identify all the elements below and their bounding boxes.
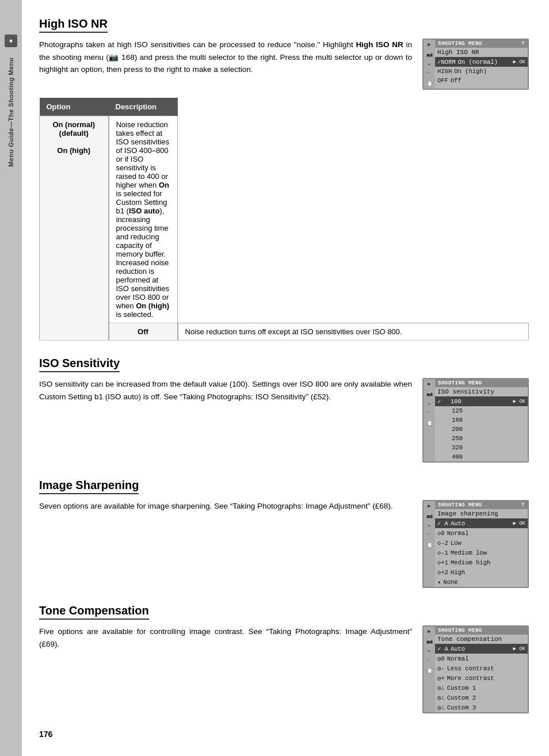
- cs-row-tc-1: ◎0Normal: [435, 654, 528, 663]
- cs-row-iso-3: 200: [435, 425, 528, 434]
- col-header-description: Description: [109, 98, 178, 116]
- cs-icons-iso: ▶ 📷 ✏ 🔧 📋: [424, 379, 435, 461]
- page-wrapper: ■ Menu Guide—The Shooting Menu High ISO …: [0, 0, 549, 756]
- cs-title-bar-sharpening: Image sharpening: [435, 509, 528, 518]
- cs-row-sh-5: ◇+2High: [435, 567, 528, 577]
- section-text-image-sharpening: Seven options are available for image sh…: [39, 500, 412, 516]
- section-tone-compensation: Tone Compensation Five options are avail…: [39, 604, 529, 713]
- cs-title-bar-tone: Tone compensation: [435, 635, 528, 644]
- table-row-off: Off Noise reduction turns off except at …: [40, 323, 529, 341]
- opt-off: Off: [109, 323, 178, 341]
- cs-header-tone: SHOOTING MENU: [435, 627, 528, 635]
- camera-screen-image-sharpening: ▶ 📷 ✏ 🔧 📋 SHOOTING MENU ? Image sharpen: [422, 500, 529, 588]
- section-text-iso-sensitivity: ISO sensitivity can be increased from th…: [39, 378, 412, 406]
- cs-body-sharpening: SHOOTING MENU ? Image sharpening ✓ A Aut…: [435, 501, 528, 587]
- cs-header-iso: SHOOTING MENU: [435, 379, 528, 387]
- camera-screen-iso-sensitivity: ▶ 📷 ✏ 🔧 📋 SHOOTING MENU ISO sensitivit: [422, 378, 529, 463]
- camera-screen-high-iso-nr: ▶ 📷 ✏ 🔧 📋 SHOOTING MENU ? High ISO NR: [422, 39, 529, 90]
- cs-title-bar-high-iso-nr: High ISO NR: [435, 48, 528, 57]
- cs-row-sh-1: ◇0Normal: [435, 528, 528, 538]
- cs-icons-tone: ▶ 📷 ✏ 🔧 📋: [424, 627, 435, 712]
- cs-row-tc-0: ✓ A Auto ▶ OK: [435, 644, 528, 654]
- section-title-image-sharpening: Image Sharpening: [39, 479, 139, 494]
- cs-row-tc-6: ◎∴Custom 3: [435, 702, 528, 712]
- main-content: High ISO NR Photographs taken at high IS…: [22, 0, 549, 756]
- section-iso-sensitivity: ISO Sensitivity ISO sensitivity can be i…: [39, 357, 529, 463]
- cs-body-iso: SHOOTING MENU ISO sensitivity ✓ 100 ▶ OK…: [435, 379, 528, 461]
- sidebar: ■ Menu Guide—The Shooting Menu: [0, 0, 22, 756]
- cs-row-1: HIGH On (high): [435, 67, 528, 76]
- camera-screen-tone-compensation: ▶ 📷 ✏ 🔧 📋 SHOOTING MENU Tone compensat: [422, 625, 529, 713]
- section-title-tone-compensation: Tone Compensation: [39, 604, 149, 620]
- cs-row-tc-3: ◎+More contrast: [435, 673, 528, 683]
- cs-row-tc-5: ◎∴Custom 2: [435, 693, 528, 702]
- cs-row-tc-4: ◎∴Custom 1: [435, 683, 528, 693]
- cs-row-sh-4: ◇+1Medium high: [435, 558, 528, 567]
- section-content-high-iso-nr: Photographs taken at high ISO sensitivit…: [39, 39, 529, 90]
- section-image-sharpening: Image Sharpening Seven options are avail…: [39, 479, 529, 588]
- section-title-high-iso-nr: High ISO NR: [39, 17, 108, 33]
- opt-on-normal: On (normal)(default)On (high): [40, 116, 109, 341]
- cs-body-tone: SHOOTING MENU Tone compensation ✓ A Auto…: [435, 627, 528, 712]
- cs-row-sh-2: ◇-2Low: [435, 538, 528, 548]
- section-content-image-sharpening: Seven options are available for image sh…: [39, 500, 529, 588]
- cs-icons-sharpening: ▶ 📷 ✏ 🔧 📋: [424, 501, 435, 587]
- cs-title-bar-iso: ISO sensitivity: [435, 387, 528, 396]
- cs-row-iso-5: 320: [435, 443, 528, 452]
- cs-icons-high-iso-nr: ▶ 📷 ✏ 🔧 📋: [424, 40, 435, 89]
- desc-on-normal: Noise reduction takes effect at ISO sens…: [109, 116, 178, 323]
- section-content-iso-sensitivity: ISO sensitivity can be increased from th…: [39, 378, 529, 463]
- cs-row-iso-2: 160: [435, 415, 528, 425]
- cs-row-0: ✓NORM On (normal) ▶ OK: [435, 57, 528, 67]
- section-text-tone-compensation: Five options are available for controlli…: [39, 625, 412, 654]
- col-header-option: Option: [40, 98, 109, 116]
- table-row-on-normal: On (normal)(default)On (high) Noise redu…: [40, 116, 529, 323]
- cs-row-sh-0: ✓ A Auto ▶ OK: [435, 518, 528, 528]
- desc-off: Noise reduction turns off except at ISO …: [178, 323, 529, 341]
- cs-row-tc-2: ◎-Less contrast: [435, 663, 528, 673]
- section-high-iso-nr: High ISO NR Photographs taken at high IS…: [39, 17, 529, 341]
- cs-row-iso-1: 125: [435, 406, 528, 415]
- page-number: 176: [39, 730, 529, 739]
- cs-row-iso-6: 400: [435, 452, 528, 461]
- section-content-tone-compensation: Five options are available for controlli…: [39, 625, 529, 713]
- cs-row-iso-4: 250: [435, 434, 528, 443]
- cs-body-high-iso-nr: SHOOTING MENU ? High ISO NR ✓NORM On (no…: [435, 40, 528, 89]
- camera-icon: ■: [5, 35, 17, 47]
- cs-row-sh-3: ◇-1Medium low: [435, 548, 528, 558]
- sidebar-label: Menu Guide—The Shooting Menu: [7, 58, 14, 167]
- option-table-high-iso-nr: Option Description On (normal)(default)O…: [39, 98, 529, 341]
- section-title-iso-sensitivity: ISO Sensitivity: [39, 357, 120, 372]
- cs-row-iso-0: ✓ 100 ▶ OK: [435, 396, 528, 406]
- cs-row-sh-6: ✦None: [435, 577, 528, 587]
- cs-header-high-iso-nr: SHOOTING MENU ?: [435, 40, 528, 48]
- cs-header-sharpening: SHOOTING MENU ?: [435, 501, 528, 509]
- section-text-high-iso-nr: Photographs taken at high ISO sensitivit…: [39, 39, 412, 79]
- cs-row-2: OFF Off: [435, 76, 528, 85]
